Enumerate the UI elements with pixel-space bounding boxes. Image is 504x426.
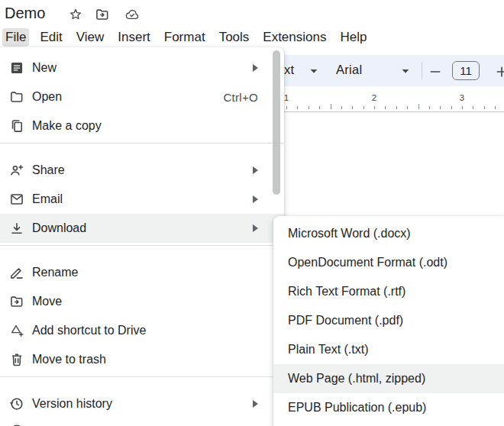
font-family-select[interactable]: Arial	[336, 63, 363, 77]
pencil-icon	[9, 265, 24, 280]
ruler-tick	[473, 106, 473, 109]
menu-item-label: Add shortcut to Drive	[32, 324, 258, 337]
file-menu-item-rename[interactable]: Rename	[0, 258, 284, 287]
file-menu-item-item[interactable]	[0, 418, 284, 426]
menu-edit[interactable]: Edit	[37, 28, 65, 47]
download-option-rich-text-format-rtf[interactable]: Rich Text Format (.rtf)	[273, 277, 504, 306]
menu-item-label: Rename	[32, 266, 258, 279]
file-menu-item-version-history[interactable]: Version history	[0, 389, 284, 418]
folder-icon	[9, 89, 24, 105]
submenu-arrow-icon	[253, 400, 258, 408]
ruler-tick	[286, 106, 287, 109]
menu-tools[interactable]: Tools	[216, 28, 253, 47]
file-menu-item-make-a-copy[interactable]: Make a copy	[0, 111, 284, 140]
submenu-arrow-icon	[253, 64, 258, 72]
ruler-tick	[363, 106, 364, 109]
menu-insert[interactable]: Insert	[115, 28, 153, 47]
download-icon	[9, 221, 24, 236]
file-menu-item-download[interactable]: Download	[0, 214, 284, 243]
doc-icon	[9, 60, 24, 76]
submenu-arrow-icon	[253, 224, 258, 232]
copy-icon	[9, 118, 24, 134]
ruler-tick	[418, 104, 419, 109]
ruler-tick	[462, 106, 463, 109]
offline-pin-icon	[9, 423, 24, 426]
ruler-tick	[484, 106, 485, 109]
menu-extensions[interactable]: Extensions	[260, 28, 329, 47]
submenu-arrow-icon	[253, 166, 258, 174]
ruler-tick	[385, 106, 386, 109]
trash-icon	[9, 352, 24, 367]
menu-help[interactable]: Help	[337, 28, 370, 47]
menu-item-label: Move to trash	[32, 353, 258, 366]
cloud-done-icon[interactable]	[124, 7, 140, 22]
font-size-input[interactable]: 11	[452, 61, 480, 80]
menu-item-label: Open	[32, 90, 223, 104]
ruler-tick	[374, 106, 375, 109]
ruler-tick	[396, 106, 397, 109]
file-menu-item-new[interactable]: New	[0, 53, 284, 82]
download-submenu: Microsoft Word (.docx)OpenDocument Forma…	[273, 216, 504, 426]
add-to-drive-icon	[9, 323, 24, 338]
mail-icon	[9, 192, 24, 207]
ruler-number: 2	[372, 93, 376, 102]
decrease-font-size-button[interactable]	[428, 64, 443, 79]
ruler-tick	[309, 106, 309, 109]
file-menu-item-move[interactable]: Move	[0, 287, 284, 316]
menu-divider	[0, 143, 284, 144]
download-option-opendocument-format-odt[interactable]: OpenDocument Format (.odt)	[273, 248, 504, 277]
file-menu: NewOpenCtrl+OMake a copyShareEmailDownlo…	[0, 47, 284, 426]
paragraph-style-select[interactable]: xt	[284, 63, 294, 77]
ruler-number: 1	[284, 93, 289, 102]
ruler-tick	[297, 106, 298, 109]
ruler-tick	[331, 104, 331, 109]
ruler-tick	[429, 106, 430, 109]
menu-item-label: Version history	[32, 397, 253, 411]
ruler-number: 3	[460, 93, 464, 102]
menubar: FileEditViewInsertFormatToolsExtensionsH…	[2, 28, 377, 47]
download-option-plain-text-txt[interactable]: Plain Text (.txt)	[273, 335, 504, 364]
file-menu-item-open[interactable]: OpenCtrl+O	[0, 82, 284, 111]
menu-format[interactable]: Format	[161, 28, 208, 47]
menu-divider	[0, 376, 284, 377]
document-title[interactable]: Demo	[5, 5, 45, 22]
menu-item-label: Download	[32, 221, 253, 235]
ruler-tick	[341, 106, 342, 109]
menu-scrollbar[interactable]	[273, 50, 280, 195]
ruler-tick	[495, 106, 496, 109]
file-menu-item-share[interactable]: Share	[0, 156, 284, 185]
ruler-tick	[451, 106, 452, 109]
folder-move-icon	[9, 294, 24, 309]
ruler-tick	[407, 106, 408, 109]
ruler-tick	[352, 106, 353, 109]
move-folder-icon[interactable]	[95, 7, 110, 22]
history-icon	[9, 396, 24, 411]
chevron-down-icon[interactable]	[308, 65, 320, 77]
google-docs-window: Demo FileEditViewInsertFormatToolsExtens…	[0, 0, 504, 426]
ruler-tick	[440, 106, 441, 109]
submenu-arrow-icon	[253, 195, 258, 203]
menu-item-label: Make a copy	[32, 119, 258, 133]
ruler-tick	[319, 106, 320, 109]
menu-view[interactable]: View	[73, 28, 108, 47]
menu-item-label: Share	[32, 163, 253, 177]
menu-file[interactable]: File	[2, 28, 29, 47]
menu-item-label: New	[32, 61, 253, 75]
star-icon[interactable]	[68, 7, 83, 22]
download-option-web-page-html-zipped[interactable]: Web Page (.html, zipped)	[273, 364, 504, 393]
menu-item-shortcut: Ctrl+O	[223, 91, 258, 104]
menu-item-label: Email	[32, 192, 253, 206]
increase-font-size-button[interactable]	[494, 64, 504, 79]
file-menu-item-add-shortcut-to-drive[interactable]: Add shortcut to Drive	[0, 316, 284, 345]
file-menu-item-move-to-trash[interactable]: Move to trash	[0, 345, 284, 374]
toolbar-divider	[422, 62, 422, 79]
download-option-pdf-document-pdf[interactable]: PDF Document (.pdf)	[273, 306, 504, 335]
chevron-down-icon[interactable]	[399, 65, 412, 77]
download-option-epub-publication-epub[interactable]: EPUB Publication (.epub)	[273, 393, 504, 422]
person-add-icon	[9, 163, 24, 178]
menu-divider	[0, 245, 284, 246]
menu-item-label: Move	[32, 295, 258, 308]
file-menu-item-email[interactable]: Email	[0, 185, 284, 214]
download-option-microsoft-word-docx[interactable]: Microsoft Word (.docx)	[273, 219, 504, 248]
